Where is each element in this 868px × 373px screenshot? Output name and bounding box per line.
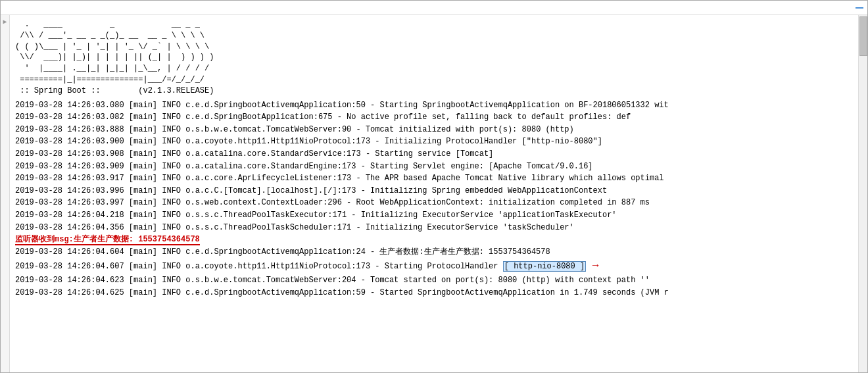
log-line: 2019-03-28 14:26:03.909 [main] INFO o.a.… [15, 161, 853, 173]
line-marker: ▶ [3, 18, 7, 27]
log-line: 2019-03-28 14:26:03.080 [main] INFO c.e.… [15, 99, 853, 112]
log-line: 2019-03-28 14:26:04.625 [main] INFO c.e.… [15, 287, 853, 299]
log-line: 2019-03-28 14:26:04.218 [main] INFO o.s.… [15, 209, 853, 222]
ju-button[interactable] [856, 7, 863, 9]
log-line: 2019-03-28 14:26:03.888 [main] INFO o.s.… [15, 124, 853, 136]
log-line: 2019-03-28 14:26:03.900 [main] INFO o.a.… [15, 136, 853, 148]
scrollbar[interactable] [858, 15, 867, 372]
log-line: 2019-03-28 14:26:04.623 [main] INFO o.s.… [15, 274, 853, 287]
log-container: 2019-03-28 14:26:03.080 [main] INFO c.e.… [15, 99, 853, 299]
scroll-thumb[interactable] [859, 16, 867, 56]
log-line: 2019-03-28 14:26:03.997 [main] INFO o.s.… [15, 197, 853, 209]
log-line: 监听器收到msg:生产者生产数据: 1553754364578 [15, 234, 853, 246]
line-numbers: ▶ [1, 15, 10, 372]
spring-banner: . ____ _ __ _ _ /\\ / ___'_ __ _ _(_)_ _… [15, 19, 853, 97]
log-line: 2019-03-28 14:26:03.082 [main] INFO c.e.… [15, 111, 853, 124]
console-area: ▶ . ____ _ __ _ _ /\\ / ___'_ __ _ _(_)_… [1, 15, 867, 372]
log-line: 2019-03-28 14:26:03.917 [main] INFO o.a.… [15, 172, 853, 185]
log-line: 2019-03-28 14:26:03.996 [main] INFO o.a.… [15, 185, 853, 197]
log-line: 2019-03-28 14:26:04.607 [main] INFO o.a.… [15, 258, 853, 274]
main-window: ▶ . ____ _ __ _ _ /\\ / ___'_ __ _ _(_)_… [0, 0, 868, 373]
log-line: 2019-03-28 14:26:04.356 [main] INFO o.s.… [15, 222, 853, 234]
log-line: 2019-03-28 14:26:03.908 [main] INFO o.a.… [15, 148, 853, 161]
title-bar [1, 1, 867, 15]
log-line: 2019-03-28 14:26:04.604 [main] INFO c.e.… [15, 246, 853, 259]
console-content[interactable]: . ____ _ __ _ _ /\\ / ___'_ __ _ _(_)_ _… [10, 15, 858, 372]
